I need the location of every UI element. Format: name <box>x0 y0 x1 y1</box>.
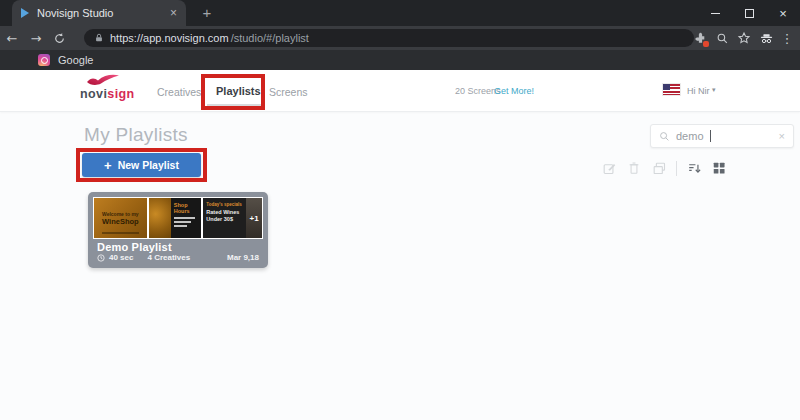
search-icon <box>659 131 670 142</box>
window-maximize-button[interactable] <box>732 0 766 26</box>
playlist-meta: 40 sec 4 Creatives Mar 9,18 <box>97 253 259 262</box>
playlist-duration: 40 sec <box>109 253 133 262</box>
browser-tab[interactable]: Novisign Studio × <box>12 0 186 26</box>
browser-tabstrip: Novisign Studio × + × <box>0 0 800 26</box>
search-value: demo <box>676 130 704 142</box>
window-controls: × <box>698 0 800 26</box>
zoom-icon[interactable] <box>711 26 733 50</box>
new-playlist-label: New Playlist <box>118 159 179 171</box>
thumbnail-shop-hours: Shop Hours <box>149 198 202 238</box>
close-icon: × <box>779 7 787 20</box>
thumbnail-specials: Today's specials Rated Wines Under 30$ +… <box>203 198 262 238</box>
logo-text-sign: sign <box>107 87 134 101</box>
delete-icon[interactable] <box>626 160 642 176</box>
address-bar[interactable]: https://app.novisign.com/studio/#/playli… <box>84 29 694 47</box>
tab-title: Novisign Studio <box>37 7 162 19</box>
logo-swoosh-icon <box>86 74 120 85</box>
tab-close-icon[interactable]: × <box>170 7 177 19</box>
bookmark-star-icon[interactable] <box>733 26 755 50</box>
thumb2-image <box>149 198 171 238</box>
url-path: /studio/#/playlist <box>231 32 309 44</box>
back-button[interactable]: ← <box>0 31 24 46</box>
app-header: novisign Creatives Playlists Screens 20 … <box>0 70 800 112</box>
sort-icon[interactable] <box>686 160 702 176</box>
window-minimize-button[interactable] <box>698 0 732 26</box>
thumb2-title: Shop Hours <box>174 202 199 214</box>
forward-button[interactable]: → <box>24 31 48 46</box>
us-flag-icon[interactable] <box>663 84 680 95</box>
playlist-actions-toolbar <box>601 160 727 176</box>
extension-badge <box>703 41 709 47</box>
more-count: +1 <box>249 214 258 223</box>
new-tab-button[interactable]: + <box>198 4 216 21</box>
grid-view-icon[interactable] <box>711 160 727 176</box>
duplicate-icon[interactable] <box>651 160 667 176</box>
page-title: My Playlists <box>84 124 188 146</box>
novisign-logo[interactable]: novisign <box>80 74 126 102</box>
account-caret-icon[interactable]: ▾ <box>712 86 716 94</box>
thumb1-line2: WineShop <box>102 217 139 226</box>
browser-toolbar: ← → https://app.novisign.com/studio/#/pl… <box>0 26 800 50</box>
logo-text-novi: novi <box>80 87 107 101</box>
maximize-icon <box>745 9 754 18</box>
search-clear-icon[interactable]: × <box>779 130 785 142</box>
bookmark-favicon-icon <box>38 54 50 66</box>
thumbnail-wineshop: Welcome to my WineShop <box>94 198 147 238</box>
active-tab-underline <box>207 104 261 107</box>
search-input[interactable]: demo × <box>650 124 794 148</box>
bookmark-google[interactable]: Google <box>58 54 93 66</box>
plus-icon: + <box>104 159 112 172</box>
more-creatives-badge: +1 <box>246 198 262 238</box>
clock-icon <box>97 254 105 262</box>
incognito-profile-icon[interactable] <box>755 26 777 50</box>
url-host: https://app.novisign.com <box>110 32 229 44</box>
playlist-creative-count: 4 Creatives <box>147 253 190 262</box>
window-close-button[interactable]: × <box>766 0 800 26</box>
toolbar-divider <box>676 161 677 176</box>
browser-menu-icon[interactable]: ⋮ <box>777 31 797 46</box>
lock-icon <box>94 33 104 43</box>
nav-tab-creatives[interactable]: Creatives <box>157 86 201 98</box>
playlist-card[interactable]: Welcome to my WineShop Shop Hours Today'… <box>88 192 268 268</box>
toolbar-right-icons: ⋮ <box>689 26 797 50</box>
novisign-favicon-icon <box>21 8 29 18</box>
playlist-thumbnails: Welcome to my WineShop Shop Hours Today'… <box>93 197 263 239</box>
nav-tab-playlists[interactable]: Playlists <box>216 85 261 97</box>
extension-puzzle-icon[interactable] <box>689 26 711 50</box>
nav-tab-screens[interactable]: Screens <box>269 86 308 98</box>
get-more-link[interactable]: Get More! <box>494 86 534 96</box>
new-playlist-button[interactable]: + New Playlist <box>82 153 201 177</box>
playlist-date: Mar 9,18 <box>227 253 259 262</box>
text-caret <box>710 130 711 142</box>
reload-button[interactable] <box>48 26 70 50</box>
app-page: novisign Creatives Playlists Screens 20 … <box>0 70 800 420</box>
bookmarks-bar: Google <box>0 50 800 70</box>
playlist-title: Demo Playlist <box>97 241 172 253</box>
minimize-icon <box>711 13 720 14</box>
account-greeting[interactable]: Hi Nir <box>687 86 710 96</box>
edit-icon[interactable] <box>601 160 617 176</box>
